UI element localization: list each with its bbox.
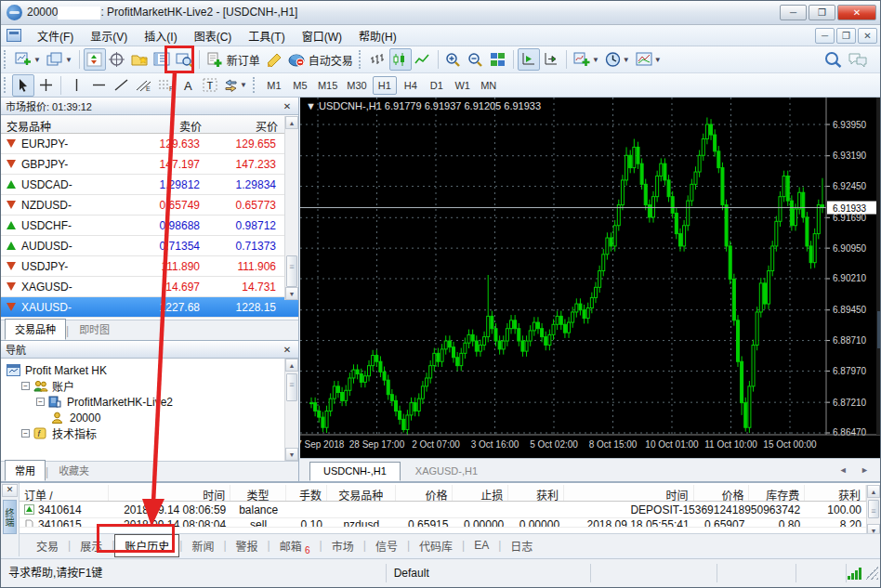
- menu-item-6[interactable]: 帮助(H): [350, 25, 405, 46]
- profiles-button[interactable]: ▼: [44, 48, 75, 71]
- navigator-tab-0[interactable]: 常用: [5, 460, 46, 481]
- terminal-tab-市场[interactable]: 市场: [322, 535, 363, 556]
- terminal-column-8[interactable]: 时间: [564, 485, 694, 501]
- mdi-minimize-button[interactable]: ─: [815, 28, 835, 44]
- terminal-column-5[interactable]: 价格: [396, 485, 454, 501]
- market-watch-row-xauusd[interactable]: XAUUSD-1227.681228.15: [1, 297, 298, 318]
- mdi-close-button[interactable]: ✕: [858, 28, 877, 44]
- cursor-button[interactable]: [12, 74, 34, 97]
- scroll-down-icon[interactable]: ▼: [285, 287, 298, 300]
- autotrading-button[interactable]: 自动交易: [285, 48, 356, 71]
- tile-windows-button[interactable]: [487, 48, 509, 71]
- terminal-column-3[interactable]: 手数: [286, 485, 327, 501]
- timeframe-h1-button[interactable]: H1: [373, 76, 397, 95]
- trendline-button[interactable]: [110, 74, 132, 97]
- terminal-column-2[interactable]: 类型: [230, 485, 286, 501]
- navigator-node-1[interactable]: −账户: [7, 378, 296, 394]
- timeframe-h4-button[interactable]: H4: [399, 76, 423, 95]
- scroll-up-icon[interactable]: ▲: [285, 359, 298, 372]
- hline-button[interactable]: [87, 74, 110, 97]
- shapes-button[interactable]: ▼: [221, 74, 250, 97]
- chart-area[interactable]: 27 Sep 201828 Sep 17:002 Oct 07:003 Oct …: [300, 98, 881, 481]
- title-bar[interactable]: 20000: ProfitMarketHK-Live2 - [USDCNH-,H…: [1, 1, 880, 25]
- bar-chart-button[interactable]: [367, 48, 389, 71]
- minimize-button[interactable]: ─: [780, 5, 807, 20]
- market-watch-row-audusd[interactable]: AUDUSD-0.713540.71373: [1, 236, 298, 256]
- periods-button[interactable]: ▼: [602, 48, 633, 71]
- terminal-column-6[interactable]: 止损: [453, 485, 508, 501]
- close-icon[interactable]: ✕: [281, 101, 294, 111]
- close-icon[interactable]: ✕: [281, 345, 294, 355]
- terminal-tab-警报[interactable]: 警报: [227, 535, 268, 556]
- market-watch-row-nzdusd[interactable]: NZDUSD-0.657490.65773: [1, 195, 298, 216]
- menu-item-0[interactable]: 文件(F): [29, 25, 82, 46]
- terminal-button[interactable]: [151, 48, 173, 71]
- line-chart-button[interactable]: [412, 48, 434, 71]
- terminal-row-order[interactable]: 34106152018.09.14 08:08:04sell0.10nzdusd…: [20, 518, 866, 528]
- terminal-tab-展示[interactable]: 展示: [71, 535, 112, 556]
- terminal-tab-邮箱[interactable]: 邮箱 6: [270, 535, 320, 556]
- mdi-restore-button[interactable]: ❐: [836, 28, 856, 44]
- chat-button[interactable]: [845, 48, 871, 71]
- close-button[interactable]: ✕: [837, 5, 876, 20]
- market-watch-scrollbar[interactable]: ▲ ▼: [284, 116, 298, 300]
- market-watch-tab-0[interactable]: 交易品种: [5, 319, 66, 340]
- metaeditor-button[interactable]: [263, 48, 285, 71]
- candle-chart-button[interactable]: [389, 48, 412, 71]
- terminal-tab-代码库[interactable]: 代码库: [410, 535, 462, 556]
- vline-button[interactable]: [65, 74, 87, 97]
- menu-item-2[interactable]: 插入(I): [136, 25, 185, 46]
- timeframe-m5-button[interactable]: M5: [288, 76, 312, 95]
- navigator-button[interactable]: [128, 48, 151, 71]
- terminal-tab-EA[interactable]: EA: [465, 536, 498, 555]
- terminal-column-1[interactable]: 时间: [109, 485, 231, 501]
- tester-button[interactable]: [173, 48, 195, 71]
- indicators-button[interactable]: ▼: [571, 48, 602, 71]
- terminal-column-0[interactable]: 订单 /: [20, 485, 109, 501]
- auto-scroll-button[interactable]: [518, 48, 540, 71]
- navigator-node-2[interactable]: −ProfitMarketHK-Live2: [7, 394, 296, 410]
- navigator-node-4[interactable]: −f技术指标: [7, 425, 296, 441]
- timeframe-m1-button[interactable]: M1: [262, 76, 286, 95]
- close-icon[interactable]: ✕: [2, 484, 18, 497]
- new-order-button[interactable]: 新订单: [204, 48, 263, 71]
- market-watch-row-usdchf[interactable]: USDCHF-0.986880.98712: [1, 216, 298, 236]
- market-watch-row-usdjpy[interactable]: USDJPY-111.890111.906: [1, 256, 298, 277]
- chart-shift-button[interactable]: [540, 48, 562, 71]
- market-watch-row-xagusd[interactable]: XAGUSD-14.69714.731: [1, 277, 298, 297]
- chart-window-icon[interactable]: [7, 29, 21, 42]
- status-profile[interactable]: Default: [387, 564, 591, 582]
- timeframe-m30-button[interactable]: M30: [343, 76, 370, 95]
- terminal-vertical-title[interactable]: 终端: [3, 500, 17, 534]
- menu-item-3[interactable]: 图表(C): [186, 25, 241, 46]
- label-button[interactable]: T: [199, 74, 221, 97]
- terminal-tab-信号[interactable]: 信号: [366, 535, 407, 556]
- resize-grip[interactable]: [865, 567, 878, 580]
- chart-tab-scroll-icons[interactable]: ◄ ►: [839, 465, 874, 475]
- market-watch-row-gbpjpy[interactable]: GBPJPY-147.197147.233: [1, 154, 298, 175]
- navigator-tab-1[interactable]: 收藏夹: [48, 460, 99, 481]
- channel-button[interactable]: E: [132, 74, 154, 97]
- terminal-tab-账户历史[interactable]: 账户历史: [114, 534, 179, 557]
- crosshair-button[interactable]: [34, 74, 57, 97]
- scroll-up-icon[interactable]: ▲: [285, 116, 298, 129]
- terminal-column-10[interactable]: 库存费: [749, 485, 805, 501]
- scroll-up-icon[interactable]: ▲: [867, 485, 880, 498]
- market-watch-row-eurjpy[interactable]: EURJPY-129.633129.655: [1, 134, 298, 154]
- terminal-scrollbar[interactable]: ▲ ▼: [866, 485, 880, 537]
- terminal-column-7[interactable]: 获利: [508, 485, 564, 501]
- navigator-node-0[interactable]: Profit Market HK: [7, 362, 296, 378]
- zoom-out-button[interactable]: [465, 48, 487, 71]
- menu-item-5[interactable]: 窗口(W): [294, 25, 350, 46]
- zoom-in-button[interactable]: [442, 48, 465, 71]
- data-window-button[interactable]: [106, 48, 128, 71]
- terminal-tab-交易[interactable]: 交易: [27, 535, 68, 556]
- restore-button[interactable]: ❐: [809, 5, 835, 20]
- navigator-scrollbar[interactable]: ▲ ▼: [284, 359, 298, 461]
- market-watch-button[interactable]: [84, 48, 106, 71]
- terminal-column-11[interactable]: 获利: [805, 485, 866, 501]
- terminal-column-4[interactable]: 交易品种: [327, 485, 396, 501]
- chart-tab-0[interactable]: USDCNH-,H1: [309, 462, 401, 481]
- collapse-icon[interactable]: −: [21, 429, 30, 438]
- search-button[interactable]: [822, 48, 845, 71]
